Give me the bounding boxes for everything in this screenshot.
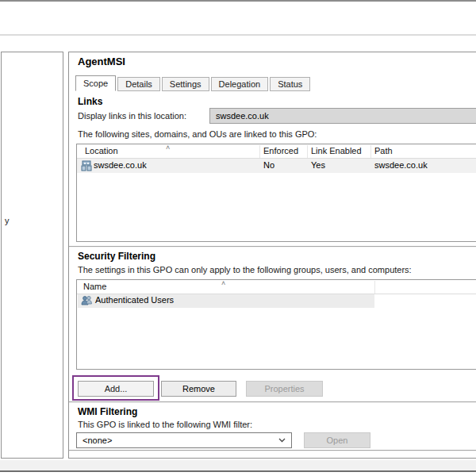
column-header-location[interactable]: Location (85, 146, 118, 155)
section-divider (69, 246, 476, 248)
cell-link-enabled: Yes (311, 160, 325, 170)
security-filtering-list: ˄ Name Authenticated Users (76, 279, 476, 370)
cell-location: swsdee.co.uk (94, 160, 147, 170)
column-divider (374, 281, 375, 294)
security-filtering-heading: Security Filtering (78, 251, 155, 262)
users-group-icon (81, 295, 92, 306)
wmi-filter-dropdown[interactable]: <none> (76, 432, 292, 448)
security-list-header[interactable]: ˄ Name (77, 280, 476, 294)
toolbar-separator (0, 34, 476, 36)
cell-path: swsdee.co.uk (374, 160, 428, 170)
properties-button: Properties (246, 381, 323, 397)
tab-status[interactable]: Status (270, 77, 310, 91)
cell-enforced: No (263, 160, 274, 170)
tab-scope[interactable]: Scope (75, 75, 116, 91)
links-table-header[interactable]: ˄ Location Enforced Link Enabled Path (77, 144, 476, 159)
wmi-filter-value: <none> (83, 436, 112, 445)
domain-icon (81, 160, 92, 171)
security-filtering-caption: The settings in this GPO can only apply … (78, 265, 412, 274)
remove-button[interactable]: Remove (161, 381, 236, 397)
links-table: ˄ Location Enforced Link Enabled Path sw… (76, 144, 476, 242)
gpo-details-pane: AgentMSI Scope Details Settings Delegati… (68, 52, 476, 459)
gpo-tabstrip: Scope Details Settings Delegation Status (75, 75, 312, 91)
tab-details[interactable]: Details (117, 77, 160, 91)
console-tree-panel[interactable]: y (1, 52, 63, 459)
wmi-filtering-caption: This GPO is linked to the following WMI … (78, 420, 252, 429)
column-header-enforced[interactable]: Enforced (263, 146, 298, 155)
window-bottom-edge (0, 470, 476, 472)
list-item-authenticated-users[interactable]: Authenticated Users (78, 294, 374, 308)
column-divider (259, 145, 260, 158)
tree-item-clipped-text: y (5, 216, 10, 225)
section-divider (69, 401, 476, 403)
wmi-filtering-heading: WMI Filtering (78, 406, 137, 417)
gpo-title: AgentMSI (78, 56, 125, 67)
window-top-edge (0, 0, 476, 2)
column-divider (370, 145, 371, 158)
column-header-path[interactable]: Path (374, 146, 393, 155)
tab-settings[interactable]: Settings (162, 77, 209, 91)
column-divider (307, 145, 308, 158)
add-button[interactable]: Add... (78, 381, 154, 397)
section-divider (69, 450, 476, 451)
sort-ascending-caret: ˄ (221, 280, 225, 286)
column-header-link-enabled[interactable]: Link Enabled (311, 146, 362, 155)
display-links-label: Display links in this location: (78, 111, 186, 121)
open-button: Open (304, 432, 370, 448)
location-dropdown[interactable]: swsdee.co.uk (209, 108, 476, 124)
column-header-name[interactable]: Name (83, 282, 106, 291)
list-item-label: Authenticated Users (95, 295, 174, 305)
status-bar (0, 460, 476, 470)
chevron-down-icon (278, 438, 286, 443)
sort-ascending-caret: ˄ (166, 144, 170, 151)
links-table-caption: The following sites, domains, and OUs ar… (78, 129, 317, 139)
tab-delegation[interactable]: Delegation (211, 77, 269, 91)
table-row[interactable]: swsdee.co.uk No Yes swsdee.co.uk (77, 159, 476, 173)
links-section-heading: Links (78, 96, 102, 107)
